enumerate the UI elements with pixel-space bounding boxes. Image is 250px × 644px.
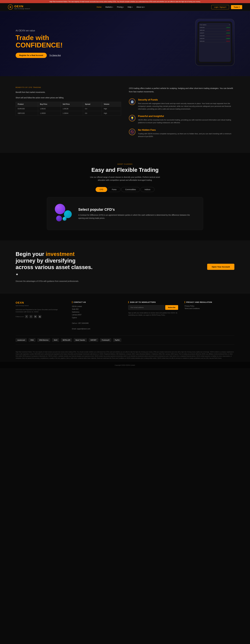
col-spread: Spread: [83, 102, 102, 106]
footer-logo: OEXN Open Exchange Network: [16, 301, 66, 306]
table-body: EUR/USD 1.09142 1.09138 0.4 High GBP/USD…: [16, 106, 121, 116]
asset-card-content: Select popular CFD's A Contract for Diff…: [78, 208, 196, 220]
benefits-table: Product Buy Price Sell Price Spread Volu…: [16, 102, 121, 116]
payment-mastercard: mastercard: [16, 338, 27, 342]
feature-security: 🏦 Security of Funds Rest assured with se…: [129, 98, 234, 110]
trade-label: Trade: [234, 6, 238, 8]
nav-home[interactable]: Home: [96, 6, 102, 8]
twitter-icon[interactable]: t: [30, 315, 32, 318]
benefits-point1: Benefit from fast market movements.: [16, 91, 121, 94]
bubble-1: [55, 204, 65, 214]
nav-help[interactable]: Help: [128, 6, 132, 8]
footer-top: OEXN Open Exchange Network Authorised an…: [16, 301, 234, 330]
contact-suite: Suite 602: [72, 308, 122, 311]
col-sell-price: Sell Price: [61, 102, 83, 106]
screen-header-row: Forex Options ✕: [200, 24, 230, 26]
subscribe-button[interactable]: Subscribe: [165, 305, 178, 310]
bubble-3: [56, 216, 62, 222]
screen-row-6: NZD/USD0.60120: [200, 40, 230, 42]
newsletter-email-input[interactable]: [128, 305, 164, 310]
terms-conditions-link[interactable]: Terms and Conditions: [185, 308, 234, 310]
col-product: Product: [16, 102, 38, 106]
screen-row-2: GBP/USD1.26050: [200, 29, 230, 32]
newsletter-input-row: Subscribe: [128, 305, 178, 310]
phone-screen: Forex Options ✕ EUR/USD1.09142 GBP/USD1.…: [198, 22, 232, 63]
hero-buttons: Register for a Real Account Try Demo fir…: [16, 53, 63, 58]
open-account-label: Open Your Account: [212, 266, 230, 268]
privacy-title: PRIVACY AND REGULATION: [185, 301, 234, 303]
contact-company: OEXN Limited: [72, 305, 122, 308]
security-icon: 🏦: [129, 98, 136, 105]
instagram-icon[interactable]: ig: [38, 315, 42, 318]
table-row: GBP/USD 1.26050 1.26044 0.6 High: [16, 111, 121, 116]
follow-text: Follow us on: [16, 316, 24, 318]
facebook-icon[interactable]: f: [25, 315, 28, 318]
demo-button[interactable]: Try Demo first: [49, 54, 61, 56]
open-account-button[interactable]: Open Your Account: [207, 264, 234, 270]
nav-pricing[interactable]: Pricing: [117, 6, 124, 8]
footer-logo-sub: Open Exchange Network: [16, 305, 29, 306]
feature-security-title: Security of Funds: [138, 98, 234, 101]
tab-commodities[interactable]: Commodities: [121, 187, 140, 192]
social-links: Follow us on f t in ig: [16, 315, 66, 318]
copyright-text: Copyright ©2024 OEXN Limited.: [115, 364, 136, 366]
tab-indices[interactable]: Indices: [140, 187, 154, 192]
footer-logo-section: OEXN Open Exchange Network Authorised an…: [16, 301, 66, 330]
privacy-policy-link[interactable]: Privacy Policy: [185, 305, 234, 307]
contact-phone: Call us: +357 24242499: [72, 322, 122, 325]
privacy-links: Privacy Policy Terms and Conditions: [185, 305, 234, 310]
disclaimer-section: High Risk Investment Notice: The vast ma…: [0, 348, 250, 362]
login-button[interactable]: Login / Signup ▾: [211, 5, 229, 9]
logo-sub: Open Exchange Network: [14, 8, 30, 10]
footer-contact: CONTACT US OEXN Limited Suite 602 Kalime…: [72, 301, 122, 330]
nofees-icon: 🚫: [129, 129, 136, 135]
screen-row-4: AUD/USD0.64920: [200, 35, 230, 37]
register-button[interactable]: Register for a Real Account: [16, 53, 47, 58]
hero-section: At OEXN we value Trade with CONFIDENCE! …: [0, 11, 250, 76]
asset-card-desc: A Contract for Difference (CFD) is an ag…: [78, 214, 196, 220]
contact-address: Larnaca 6037: [72, 314, 122, 316]
footer-newsletter: SIGN UP TO NEWSLETTERS Subscribe Sign up…: [128, 301, 178, 330]
table-row: EUR/USD 1.09142 1.09138 0.4 High: [16, 106, 121, 111]
nav-about[interactable]: About us: [136, 6, 145, 8]
nav-right: Login / Signup ▾ Trade ▾: [211, 5, 242, 9]
nav-markets[interactable]: Markets: [105, 6, 113, 8]
asset-tabs: CFD Forex Commodities Indices: [16, 187, 234, 192]
tab-cfd[interactable]: CFD: [96, 187, 107, 192]
asset-tag: ASSET CLASSES: [16, 163, 234, 165]
navbar: O OEXN Open Exchange Network Home Market…: [0, 3, 250, 11]
cfd-intro: CFD trading offers traders a perfect veh…: [129, 86, 234, 93]
demo-label: Try Demo first: [49, 54, 61, 56]
investment-title: Begin your investment journey by diversi…: [16, 251, 94, 277]
payment-skrill: Skrill: [52, 338, 59, 342]
tab-forex[interactable]: Forex: [108, 187, 120, 192]
payment-neteller: NETELLER: [61, 338, 72, 342]
hero-right: Forex Options ✕ EUR/USD1.09142 GBP/USD1.…: [169, 19, 234, 68]
phone-screen-inner: Forex Options ✕ EUR/USD1.09142 GBP/USD1.…: [199, 23, 231, 62]
payment-row: mastercard VISA VISA Electron Skrill NET…: [16, 336, 234, 344]
logo-name: OEXN: [14, 5, 30, 8]
screen-row-1: EUR/USD1.09142: [200, 26, 230, 29]
feature-powerful-title: Powerful and Insightful: [138, 115, 234, 118]
benefits-point2: Short sell and follow the action even wh…: [16, 96, 121, 99]
trade-button[interactable]: Trade ▾: [231, 5, 242, 9]
asset-section: ASSET CLASSES Easy and Flexible Trading …: [0, 153, 250, 240]
screen-row-5: USD/CHF0.89540: [200, 38, 230, 40]
col-volume: Volume: [102, 102, 121, 106]
linkedin-icon[interactable]: in: [34, 315, 37, 318]
feature-nofees-content: No Hidden Fees Trading with OEXN involve…: [138, 129, 234, 138]
feature-powerful-content: Powerful and Insightful OEXN offers all …: [138, 115, 234, 124]
footer: OEXN Open Exchange Network Authorised an…: [0, 293, 250, 348]
notice-bar: High Risk Investment Notice: The vast ma…: [0, 0, 250, 3]
svg-text:O: O: [10, 6, 11, 8]
feature-nofees: 🚫 No Hidden Fees Trading with OEXN invol…: [129, 129, 234, 138]
bubble-4: [63, 217, 66, 221]
subscribe-label: Subscribe: [168, 306, 176, 308]
hero-title-line1: Trade with: [16, 34, 49, 42]
payment-visa: VISA: [29, 338, 36, 342]
login-chevron-icon: ▾: [226, 6, 226, 8]
contact-details: OEXN Limited Suite 602 Kalimenou Larnaca…: [72, 305, 122, 330]
logo[interactable]: O OEXN Open Exchange Network: [8, 4, 30, 10]
trade-chevron-icon: ▾: [239, 6, 240, 8]
benefits-section: BENEFITS OF CFD TRADING Benefit from fas…: [0, 76, 250, 153]
